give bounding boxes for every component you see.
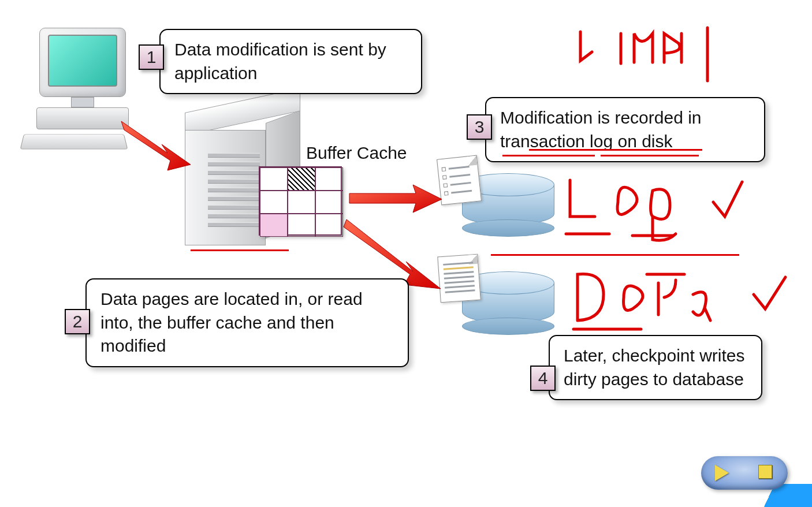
playback-controls <box>701 456 788 490</box>
svg-marker-1 <box>349 185 442 213</box>
annotation-top <box>572 23 733 92</box>
stop-button[interactable] <box>758 465 774 481</box>
arrow-1 <box>116 115 196 173</box>
buffer-cache-grid <box>259 166 342 236</box>
dirty-page-cell <box>288 167 315 191</box>
step-badge-2: 2 <box>65 309 90 334</box>
underline-step3b <box>502 155 595 156</box>
disk-data-icon <box>462 271 554 335</box>
step-num-3: 3 <box>475 117 485 137</box>
step-text-2: Data pages are located in, or read into,… <box>100 289 363 355</box>
underline-log <box>491 254 739 256</box>
diagram-canvas: 1 Data modification is sent by applicati… <box>0 0 812 507</box>
stop-icon <box>758 465 772 479</box>
step-badge-3: 3 <box>467 114 492 140</box>
annotation-data <box>569 263 794 338</box>
modified-page-cell <box>260 214 288 237</box>
step-badge-1: 1 <box>139 44 164 70</box>
arrow-2 <box>347 179 445 219</box>
step-callout-3: Modification is recorded in transaction … <box>485 97 765 162</box>
underline-step3a <box>529 149 702 151</box>
play-button[interactable] <box>715 465 731 481</box>
step-num-4: 4 <box>538 368 548 388</box>
step-callout-2: Data pages are located in, or read into,… <box>85 278 409 367</box>
step-text-1: Data modification is sent by application <box>174 40 386 83</box>
svg-marker-0 <box>121 121 191 170</box>
disk-log-icon <box>462 173 554 237</box>
step-num-1: 1 <box>147 47 157 67</box>
step-text-3: Modification is recorded in transaction … <box>500 108 702 151</box>
step-num-2: 2 <box>73 312 83 331</box>
underline-step3c <box>601 155 699 156</box>
annotation-log <box>563 173 759 248</box>
step-callout-4: Later, checkpoint writes dirty pages to … <box>549 335 762 400</box>
step-text-4: Later, checkpoint writes dirty pages to … <box>564 346 745 389</box>
underline-server <box>191 249 289 251</box>
step-callout-1: Data modification is sent by application <box>159 29 422 94</box>
step-badge-4: 4 <box>530 366 556 391</box>
play-icon <box>715 465 729 481</box>
buffer-cache-label: Buffer Cache <box>306 143 407 163</box>
